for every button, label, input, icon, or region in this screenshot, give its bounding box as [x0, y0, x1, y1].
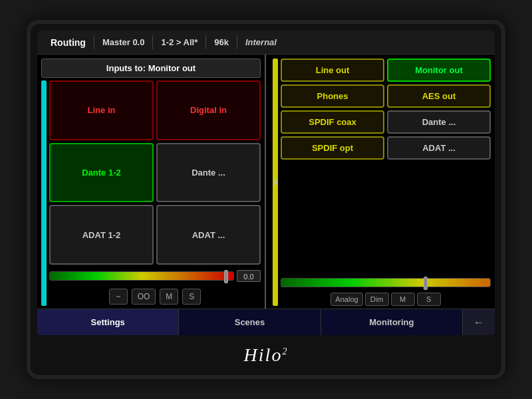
scenes-nav-btn[interactable]: Scenes: [179, 309, 321, 335]
screen-area: Routing Master 0.0 1-2 > All* 96k Intern…: [37, 31, 495, 335]
left-bottom-controls: ~ OO M S: [49, 287, 261, 306]
main-content: Inputs to: Monitor out Line in Digital i…: [37, 55, 495, 309]
device-frame: Routing Master 0.0 1-2 > All* 96k Intern…: [27, 20, 505, 379]
routing-mode[interactable]: 1-2 > All*: [153, 31, 205, 54]
dante-3-4-btn[interactable]: Dante ...: [156, 143, 261, 203]
input-grid: Line in Digital in Dante 1-2 Dante ... A…: [49, 80, 261, 265]
adat-3-4-btn[interactable]: ADAT ...: [156, 205, 261, 265]
dim-btn[interactable]: Dim: [365, 293, 389, 306]
left-fader-knob[interactable]: [224, 270, 228, 283]
right-fader-knob[interactable]: [424, 277, 428, 290]
status-bar: Routing Master 0.0 1-2 > All* 96k Intern…: [37, 31, 495, 55]
back-btn[interactable]: ←: [463, 309, 495, 335]
line-in-btn[interactable]: Line in: [49, 80, 154, 140]
wave-btn[interactable]: ~: [109, 289, 128, 305]
s-btn-left[interactable]: S: [182, 289, 201, 305]
spdif-coax-btn[interactable]: SPDIF coax: [281, 110, 384, 134]
dante-out-btn[interactable]: Dante ...: [387, 110, 491, 134]
yellow-accent-bar: 0: [273, 59, 278, 306]
settings-nav-btn[interactable]: Settings: [37, 309, 179, 335]
panel-title: Inputs to: Monitor out: [41, 59, 261, 78]
right-panel: 0 Line out Monitor out Phones AES out SP…: [266, 55, 495, 309]
right-fader-track[interactable]: [281, 278, 491, 287]
left-fader-value: 0.0: [237, 270, 261, 282]
device-bottom: Hilo2: [244, 335, 289, 375]
output-grid: Line out Monitor out Phones AES out SPDI…: [281, 59, 491, 160]
right-fader-area: [281, 162, 491, 290]
phones-btn[interactable]: Phones: [281, 84, 384, 108]
s-btn-right[interactable]: S: [417, 293, 441, 306]
sample-rate[interactable]: 96k: [206, 31, 237, 54]
left-fader-row: 0.0: [49, 269, 261, 283]
left-panel: Inputs to: Monitor out Line in Digital i…: [37, 55, 266, 309]
left-fader-area: 0.0: [49, 267, 261, 285]
adat-out-btn[interactable]: ADAT ...: [387, 136, 491, 160]
spdif-opt-btn[interactable]: SPDIF opt: [281, 136, 384, 160]
monitor-out-btn[interactable]: Monitor out: [387, 59, 491, 82]
cyan-accent-bar: [41, 80, 47, 306]
right-fader-row: [281, 275, 491, 290]
line-out-btn[interactable]: Line out: [281, 59, 384, 82]
oo-btn[interactable]: OO: [132, 289, 156, 305]
digital-in-btn[interactable]: Digital in: [156, 80, 261, 140]
monitoring-nav-btn[interactable]: Monitoring: [321, 309, 463, 335]
adat-1-2-btn[interactable]: ADAT 1-2: [49, 205, 154, 265]
device-logo: Hilo2: [244, 344, 289, 366]
m-btn-left[interactable]: M: [160, 289, 178, 305]
master-label[interactable]: Master 0.0: [94, 31, 153, 54]
routing-label[interactable]: Routing: [43, 31, 94, 54]
nav-bar: Settings Scenes Monitoring ←: [37, 309, 495, 335]
aes-out-btn[interactable]: AES out: [387, 84, 491, 108]
right-bottom-controls: Analog Dim M S: [281, 293, 491, 306]
clock-source[interactable]: Internal: [237, 31, 285, 54]
m-btn-right[interactable]: M: [391, 293, 415, 306]
zero-label: 0: [273, 179, 277, 186]
dante-1-2-btn[interactable]: Dante 1-2: [49, 143, 154, 203]
left-inner: Line in Digital in Dante 1-2 Dante ... A…: [41, 80, 261, 306]
analog-btn[interactable]: Analog: [331, 293, 362, 306]
left-fader-track[interactable]: [49, 271, 234, 281]
